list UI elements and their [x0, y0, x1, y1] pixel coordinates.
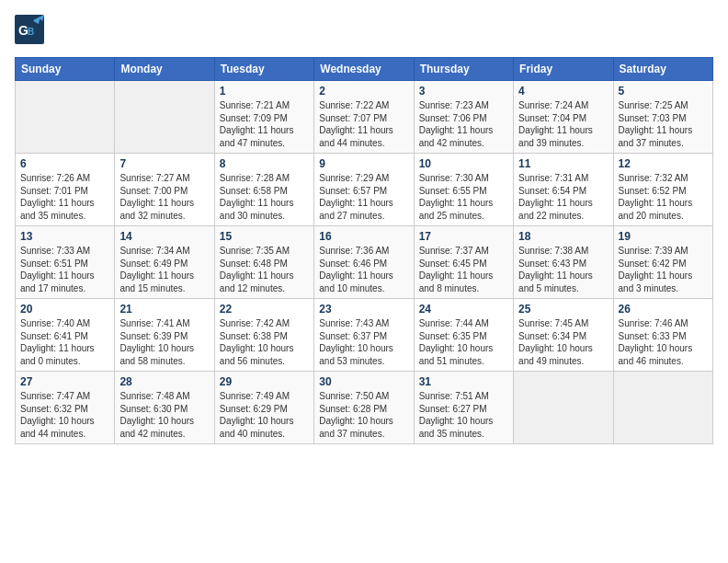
day-number: 25 [518, 303, 608, 316]
calendar-cell [514, 372, 613, 444]
calendar-cell: 2Sunrise: 7:22 AM Sunset: 7:07 PM Daylig… [314, 81, 414, 154]
calendar-cell: 12Sunrise: 7:32 AM Sunset: 6:52 PM Dayli… [613, 154, 712, 226]
calendar-table: SundayMondayTuesdayWednesdayThursdayFrid… [15, 57, 713, 444]
cell-info: Sunrise: 7:51 AM Sunset: 6:27 PM Dayligh… [419, 390, 508, 440]
day-number: 20 [20, 303, 109, 316]
week-row-0: 1Sunrise: 7:21 AM Sunset: 7:09 PM Daylig… [16, 81, 713, 154]
calendar-cell: 24Sunrise: 7:44 AM Sunset: 6:35 PM Dayli… [414, 299, 513, 372]
calendar-cell: 18Sunrise: 7:38 AM Sunset: 6:43 PM Dayli… [514, 226, 613, 299]
day-number: 12 [619, 157, 708, 170]
day-number: 22 [220, 303, 309, 316]
logo: G B [15, 15, 48, 48]
calendar-cell: 4Sunrise: 7:24 AM Sunset: 7:04 PM Daylig… [514, 81, 613, 154]
header-tuesday: Tuesday [214, 58, 313, 81]
week-row-3: 20Sunrise: 7:40 AM Sunset: 6:41 PM Dayli… [16, 299, 713, 372]
cell-info: Sunrise: 7:49 AM Sunset: 6:29 PM Dayligh… [220, 390, 309, 440]
cell-info: Sunrise: 7:50 AM Sunset: 6:28 PM Dayligh… [319, 390, 408, 440]
calendar-cell: 1Sunrise: 7:21 AM Sunset: 7:09 PM Daylig… [214, 81, 313, 154]
header-friday: Friday [514, 58, 613, 81]
calendar-cell: 5Sunrise: 7:25 AM Sunset: 7:03 PM Daylig… [613, 81, 712, 154]
cell-info: Sunrise: 7:44 AM Sunset: 6:35 PM Dayligh… [419, 317, 508, 367]
calendar-cell: 16Sunrise: 7:36 AM Sunset: 6:46 PM Dayli… [314, 226, 414, 299]
header-monday: Monday [115, 58, 214, 81]
calendar-cell [16, 81, 115, 154]
day-number: 7 [119, 157, 209, 170]
week-row-4: 27Sunrise: 7:47 AM Sunset: 6:32 PM Dayli… [16, 372, 713, 444]
calendar-cell: 20Sunrise: 7:40 AM Sunset: 6:41 PM Dayli… [16, 299, 115, 372]
cell-info: Sunrise: 7:40 AM Sunset: 6:41 PM Dayligh… [20, 317, 109, 367]
day-number: 30 [319, 375, 408, 388]
calendar-cell: 19Sunrise: 7:39 AM Sunset: 6:42 PM Dayli… [613, 226, 712, 299]
calendar-cell: 10Sunrise: 7:30 AM Sunset: 6:55 PM Dayli… [414, 154, 513, 226]
cell-info: Sunrise: 7:26 AM Sunset: 7:01 PM Dayligh… [20, 172, 109, 222]
day-number: 26 [619, 303, 708, 316]
cell-info: Sunrise: 7:22 AM Sunset: 7:07 PM Dayligh… [319, 99, 408, 149]
calendar-cell: 7Sunrise: 7:27 AM Sunset: 7:00 PM Daylig… [115, 154, 214, 226]
header-thursday: Thursday [414, 58, 513, 81]
cell-info: Sunrise: 7:37 AM Sunset: 6:45 PM Dayligh… [419, 245, 508, 294]
calendar-cell: 14Sunrise: 7:34 AM Sunset: 6:49 PM Dayli… [115, 226, 214, 299]
cell-info: Sunrise: 7:39 AM Sunset: 6:42 PM Dayligh… [619, 245, 708, 294]
cell-info: Sunrise: 7:31 AM Sunset: 6:54 PM Dayligh… [518, 172, 608, 222]
calendar-cell: 21Sunrise: 7:41 AM Sunset: 6:39 PM Dayli… [115, 299, 214, 372]
calendar-cell: 8Sunrise: 7:28 AM Sunset: 6:58 PM Daylig… [214, 154, 313, 226]
logo-icon: G B [15, 15, 44, 44]
day-number: 21 [119, 303, 209, 316]
day-number: 27 [20, 375, 109, 388]
cell-info: Sunrise: 7:29 AM Sunset: 6:57 PM Dayligh… [319, 172, 408, 222]
calendar-cell: 25Sunrise: 7:45 AM Sunset: 6:34 PM Dayli… [514, 299, 613, 372]
calendar-cell: 27Sunrise: 7:47 AM Sunset: 6:32 PM Dayli… [16, 372, 115, 444]
day-number: 8 [220, 157, 309, 170]
page-header: G B [15, 15, 713, 48]
cell-info: Sunrise: 7:38 AM Sunset: 6:43 PM Dayligh… [518, 245, 608, 294]
day-number: 1 [220, 85, 309, 98]
day-number: 13 [20, 230, 109, 243]
day-number: 28 [119, 375, 209, 388]
calendar-cell: 30Sunrise: 7:50 AM Sunset: 6:28 PM Dayli… [314, 372, 414, 444]
calendar-header-row: SundayMondayTuesdayWednesdayThursdayFrid… [16, 58, 713, 81]
cell-info: Sunrise: 7:23 AM Sunset: 7:06 PM Dayligh… [419, 99, 508, 149]
day-number: 3 [419, 85, 508, 98]
calendar-cell: 26Sunrise: 7:46 AM Sunset: 6:33 PM Dayli… [613, 299, 712, 372]
calendar-cell: 11Sunrise: 7:31 AM Sunset: 6:54 PM Dayli… [514, 154, 613, 226]
cell-info: Sunrise: 7:24 AM Sunset: 7:04 PM Dayligh… [518, 99, 608, 149]
day-number: 11 [518, 157, 608, 170]
cell-info: Sunrise: 7:35 AM Sunset: 6:48 PM Dayligh… [220, 245, 309, 294]
day-number: 29 [220, 375, 309, 388]
day-number: 2 [319, 85, 408, 98]
cell-info: Sunrise: 7:34 AM Sunset: 6:49 PM Dayligh… [119, 245, 209, 294]
calendar-cell: 17Sunrise: 7:37 AM Sunset: 6:45 PM Dayli… [414, 226, 513, 299]
day-number: 16 [319, 230, 408, 243]
cell-info: Sunrise: 7:48 AM Sunset: 6:30 PM Dayligh… [119, 390, 209, 440]
calendar-cell: 23Sunrise: 7:43 AM Sunset: 6:37 PM Dayli… [314, 299, 414, 372]
svg-text:B: B [28, 27, 34, 37]
cell-info: Sunrise: 7:33 AM Sunset: 6:51 PM Dayligh… [20, 245, 109, 294]
cell-info: Sunrise: 7:43 AM Sunset: 6:37 PM Dayligh… [319, 317, 408, 367]
day-number: 31 [419, 375, 508, 388]
calendar-cell: 13Sunrise: 7:33 AM Sunset: 6:51 PM Dayli… [16, 226, 115, 299]
day-number: 15 [220, 230, 309, 243]
calendar-cell: 15Sunrise: 7:35 AM Sunset: 6:48 PM Dayli… [214, 226, 313, 299]
calendar-cell: 9Sunrise: 7:29 AM Sunset: 6:57 PM Daylig… [314, 154, 414, 226]
calendar-cell: 31Sunrise: 7:51 AM Sunset: 6:27 PM Dayli… [414, 372, 513, 444]
week-row-1: 6Sunrise: 7:26 AM Sunset: 7:01 PM Daylig… [16, 154, 713, 226]
day-number: 4 [518, 85, 608, 98]
calendar-cell: 3Sunrise: 7:23 AM Sunset: 7:06 PM Daylig… [414, 81, 513, 154]
cell-info: Sunrise: 7:42 AM Sunset: 6:38 PM Dayligh… [220, 317, 309, 367]
calendar-cell: 6Sunrise: 7:26 AM Sunset: 7:01 PM Daylig… [16, 154, 115, 226]
day-number: 17 [419, 230, 508, 243]
day-number: 23 [319, 303, 408, 316]
day-number: 19 [619, 230, 708, 243]
cell-info: Sunrise: 7:27 AM Sunset: 7:00 PM Dayligh… [119, 172, 209, 222]
day-number: 14 [119, 230, 209, 243]
calendar-cell [613, 372, 712, 444]
cell-info: Sunrise: 7:25 AM Sunset: 7:03 PM Dayligh… [619, 99, 708, 149]
day-number: 18 [518, 230, 608, 243]
cell-info: Sunrise: 7:47 AM Sunset: 6:32 PM Dayligh… [20, 390, 109, 440]
cell-info: Sunrise: 7:41 AM Sunset: 6:39 PM Dayligh… [119, 317, 209, 367]
day-number: 6 [20, 157, 109, 170]
cell-info: Sunrise: 7:45 AM Sunset: 6:34 PM Dayligh… [518, 317, 608, 367]
cell-info: Sunrise: 7:30 AM Sunset: 6:55 PM Dayligh… [419, 172, 508, 222]
week-row-2: 13Sunrise: 7:33 AM Sunset: 6:51 PM Dayli… [16, 226, 713, 299]
cell-info: Sunrise: 7:46 AM Sunset: 6:33 PM Dayligh… [619, 317, 708, 367]
